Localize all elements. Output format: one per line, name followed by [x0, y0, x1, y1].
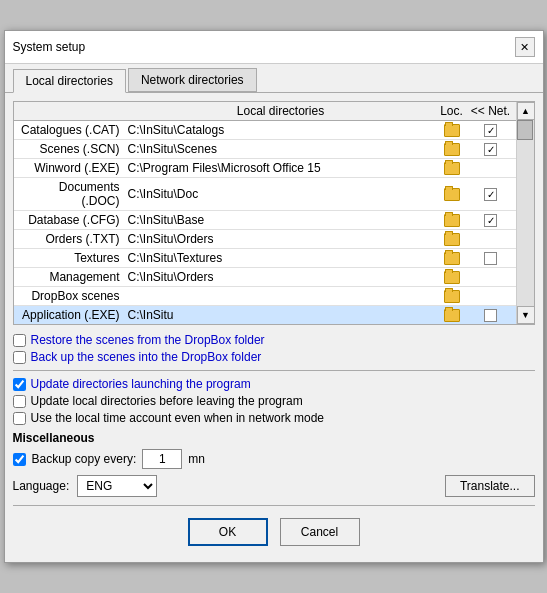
- table-row[interactable]: Application (.EXE)C:\InSitu: [14, 306, 516, 324]
- net-checkbox[interactable]: [484, 124, 497, 137]
- dialog-content: Local directories Loc. << Net. Catalogue…: [5, 93, 543, 562]
- table-row[interactable]: Scenes (.SCN)C:\InSitu\Scenes: [14, 140, 516, 159]
- scroll-down-button[interactable]: ▼: [517, 306, 535, 324]
- folder-icon[interactable]: [444, 309, 460, 322]
- dialog-title: System setup: [13, 40, 86, 54]
- row-net[interactable]: [466, 252, 516, 265]
- checkbox-row: Use the local time account even when in …: [13, 411, 535, 425]
- update_leave-checkbox[interactable]: [13, 395, 26, 408]
- local_time-label: Use the local time account even when in …: [31, 411, 325, 425]
- system-setup-dialog: System setup ✕ Local directories Network…: [4, 30, 544, 563]
- language-select[interactable]: ENGFRADEUESP: [77, 475, 157, 497]
- tab-bar: Local directories Network directories: [5, 64, 543, 93]
- backup-row: Backup copy every: mn: [13, 449, 535, 469]
- backup_dropbox-checkbox[interactable]: [13, 351, 26, 364]
- backup-unit: mn: [188, 452, 205, 466]
- header-local-directories: Local directories: [124, 102, 438, 120]
- folder-icon[interactable]: [444, 214, 460, 227]
- row-loc[interactable]: [438, 309, 466, 322]
- tab-network-directories[interactable]: Network directories: [128, 68, 257, 92]
- restore_dropbox-label: Restore the scenes from the DropBox fold…: [31, 333, 265, 347]
- folder-icon[interactable]: [444, 162, 460, 175]
- net-checkbox[interactable]: [484, 309, 497, 322]
- translate-button[interactable]: Translate...: [445, 475, 535, 497]
- folder-icon[interactable]: [444, 233, 460, 246]
- row-path: C:\InSitu\Catalogs: [124, 121, 438, 139]
- table-row[interactable]: TexturesC:\InSitu\Textures: [14, 249, 516, 268]
- row-label: Documents (.DOC): [14, 178, 124, 210]
- table-row[interactable]: Winword (.EXE)C:\Program Files\Microsoft…: [14, 159, 516, 178]
- row-label: Winword (.EXE): [14, 159, 124, 177]
- folder-icon[interactable]: [444, 124, 460, 137]
- scroll-up-button[interactable]: ▲: [517, 102, 535, 120]
- folder-icon[interactable]: [444, 271, 460, 284]
- cancel-button[interactable]: Cancel: [280, 518, 360, 546]
- row-path: C:\InSitu\Textures: [124, 249, 438, 267]
- row-loc[interactable]: [438, 252, 466, 265]
- row-label: Orders (.TXT): [14, 230, 124, 248]
- tab-local-directories[interactable]: Local directories: [13, 69, 126, 93]
- folder-icon[interactable]: [444, 143, 460, 156]
- backup-label: Backup copy every:: [32, 452, 137, 466]
- row-label: DropBox scenes: [14, 287, 124, 305]
- net-checkbox[interactable]: [484, 143, 497, 156]
- folder-icon[interactable]: [444, 290, 460, 303]
- header-loc: Loc.: [438, 104, 466, 118]
- table-scrollbar[interactable]: ▲ ▼: [516, 102, 534, 324]
- row-path: C:\InSitu\Scenes: [124, 140, 438, 158]
- row-loc[interactable]: [438, 124, 466, 137]
- row-label: Catalogues (.CAT): [14, 121, 124, 139]
- local_time-checkbox[interactable]: [13, 412, 26, 425]
- misc-label: Miscellaneous: [13, 431, 535, 445]
- ok-button[interactable]: OK: [188, 518, 268, 546]
- divider1: [13, 370, 535, 371]
- scroll-track: [517, 120, 534, 306]
- row-loc[interactable]: [438, 233, 466, 246]
- row-loc[interactable]: [438, 290, 466, 303]
- table-row[interactable]: Database (.CFG)C:\InSitu\Base: [14, 211, 516, 230]
- table-row[interactable]: Documents (.DOC)C:\InSitu\Doc: [14, 178, 516, 211]
- row-net[interactable]: [466, 124, 516, 137]
- checkbox-row: Update directories launching the program: [13, 377, 535, 391]
- net-checkbox[interactable]: [484, 252, 497, 265]
- row-net[interactable]: [466, 188, 516, 201]
- update_launch-checkbox[interactable]: [13, 378, 26, 391]
- restore_dropbox-checkbox[interactable]: [13, 334, 26, 347]
- folder-icon[interactable]: [444, 252, 460, 265]
- folder-icon[interactable]: [444, 188, 460, 201]
- dropbox-options: Restore the scenes from the DropBox fold…: [13, 333, 535, 364]
- net-checkbox[interactable]: [484, 214, 497, 227]
- backup-value-input[interactable]: [142, 449, 182, 469]
- net-checkbox[interactable]: [484, 188, 497, 201]
- backup-checkbox[interactable]: [13, 453, 26, 466]
- table-wrapper: Local directories Loc. << Net. Catalogue…: [14, 102, 534, 324]
- table-row[interactable]: Catalogues (.CAT)C:\InSitu\Catalogs: [14, 121, 516, 140]
- table-row[interactable]: Orders (.TXT)C:\InSitu\Orders: [14, 230, 516, 249]
- close-button[interactable]: ✕: [515, 37, 535, 57]
- table-row[interactable]: DropBox scenes: [14, 287, 516, 306]
- row-loc[interactable]: [438, 214, 466, 227]
- option-row: Restore the scenes from the DropBox fold…: [13, 333, 535, 347]
- row-path: [124, 294, 438, 298]
- divider2: [13, 505, 535, 506]
- row-net[interactable]: [466, 214, 516, 227]
- row-path: C:\InSitu\Base: [124, 211, 438, 229]
- table-body: Catalogues (.CAT)C:\InSitu\CatalogsScene…: [14, 121, 516, 324]
- table-row[interactable]: ManagementC:\InSitu\Orders: [14, 268, 516, 287]
- row-path: C:\InSitu\Orders: [124, 268, 438, 286]
- row-label: Scenes (.SCN): [14, 140, 124, 158]
- row-loc[interactable]: [438, 188, 466, 201]
- table-header-row: Local directories Loc. << Net.: [14, 102, 516, 121]
- scroll-thumb[interactable]: [517, 120, 533, 140]
- update-options: Update directories launching the program…: [13, 377, 535, 425]
- row-loc[interactable]: [438, 162, 466, 175]
- update_launch-label: Update directories launching the program: [31, 377, 251, 391]
- row-label: Database (.CFG): [14, 211, 124, 229]
- row-net[interactable]: [466, 143, 516, 156]
- row-loc[interactable]: [438, 143, 466, 156]
- checkbox-row: Update local directories before leaving …: [13, 394, 535, 408]
- row-path: C:\InSitu: [124, 306, 438, 324]
- row-net[interactable]: [466, 309, 516, 322]
- row-path: C:\Program Files\Microsoft Office 15: [124, 159, 438, 177]
- row-loc[interactable]: [438, 271, 466, 284]
